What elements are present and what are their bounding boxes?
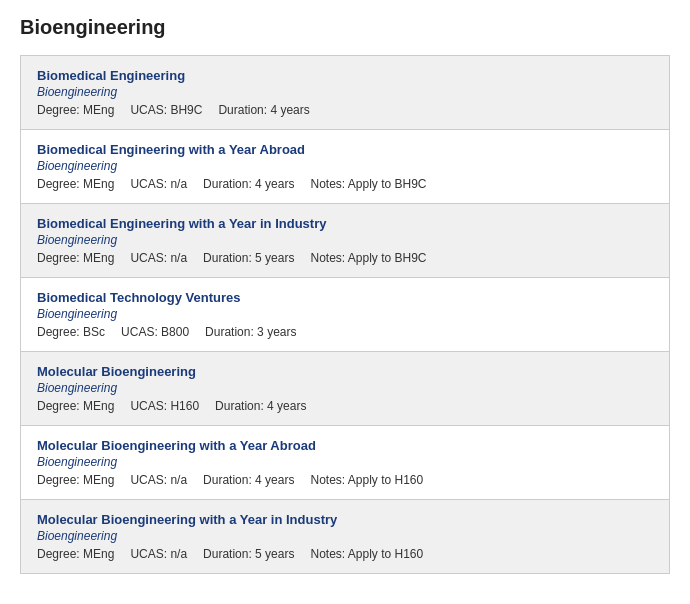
list-item[interactable]: Biomedical Engineering with a Year in In… bbox=[21, 204, 669, 278]
course-degree: Degree: BSc bbox=[37, 325, 105, 339]
course-degree: Degree: MEng bbox=[37, 251, 114, 265]
course-details: Degree: MEngUCAS: n/aDuration: 4 yearsNo… bbox=[37, 177, 653, 191]
course-details: Degree: BScUCAS: B800Duration: 3 years bbox=[37, 325, 653, 339]
list-item[interactable]: Molecular Bioengineering with a Year in … bbox=[21, 500, 669, 573]
course-degree: Degree: MEng bbox=[37, 399, 114, 413]
list-item[interactable]: Molecular BioengineeringBioengineeringDe… bbox=[21, 352, 669, 426]
course-duration: Duration: 4 years bbox=[218, 103, 309, 117]
course-details: Degree: MEngUCAS: n/aDuration: 4 yearsNo… bbox=[37, 473, 653, 487]
course-title: Biomedical Engineering bbox=[37, 68, 653, 83]
page-title: Bioengineering bbox=[20, 16, 670, 39]
course-details: Degree: MEngUCAS: n/aDuration: 5 yearsNo… bbox=[37, 547, 653, 561]
course-ucas: UCAS: n/a bbox=[130, 177, 187, 191]
course-ucas: UCAS: n/a bbox=[130, 547, 187, 561]
course-degree: Degree: MEng bbox=[37, 547, 114, 561]
course-details: Degree: MEngUCAS: H160Duration: 4 years bbox=[37, 399, 653, 413]
course-degree: Degree: MEng bbox=[37, 473, 114, 487]
course-category: Bioengineering bbox=[37, 159, 653, 173]
course-category: Bioengineering bbox=[37, 85, 653, 99]
course-title: Biomedical Engineering with a Year Abroa… bbox=[37, 142, 653, 157]
list-item[interactable]: Biomedical Technology VenturesBioenginee… bbox=[21, 278, 669, 352]
course-ucas: UCAS: n/a bbox=[130, 473, 187, 487]
list-item[interactable]: Molecular Bioengineering with a Year Abr… bbox=[21, 426, 669, 500]
course-notes: Notes: Apply to BH9C bbox=[310, 177, 426, 191]
list-item[interactable]: Biomedical EngineeringBioengineeringDegr… bbox=[21, 56, 669, 130]
list-item[interactable]: Biomedical Engineering with a Year Abroa… bbox=[21, 130, 669, 204]
course-notes: Notes: Apply to H160 bbox=[310, 473, 423, 487]
course-title: Molecular Bioengineering bbox=[37, 364, 653, 379]
course-title: Molecular Bioengineering with a Year Abr… bbox=[37, 438, 653, 453]
course-title: Molecular Bioengineering with a Year in … bbox=[37, 512, 653, 527]
course-notes: Notes: Apply to H160 bbox=[310, 547, 423, 561]
course-title: Biomedical Technology Ventures bbox=[37, 290, 653, 305]
course-ucas: UCAS: BH9C bbox=[130, 103, 202, 117]
course-title: Biomedical Engineering with a Year in In… bbox=[37, 216, 653, 231]
course-details: Degree: MEngUCAS: n/aDuration: 5 yearsNo… bbox=[37, 251, 653, 265]
course-degree: Degree: MEng bbox=[37, 177, 114, 191]
course-category: Bioengineering bbox=[37, 381, 653, 395]
course-duration: Duration: 4 years bbox=[215, 399, 306, 413]
course-category: Bioengineering bbox=[37, 233, 653, 247]
course-ucas: UCAS: B800 bbox=[121, 325, 189, 339]
course-notes: Notes: Apply to BH9C bbox=[310, 251, 426, 265]
course-duration: Duration: 3 years bbox=[205, 325, 296, 339]
course-ucas: UCAS: n/a bbox=[130, 251, 187, 265]
course-ucas: UCAS: H160 bbox=[130, 399, 199, 413]
course-duration: Duration: 4 years bbox=[203, 177, 294, 191]
course-category: Bioengineering bbox=[37, 529, 653, 543]
course-duration: Duration: 4 years bbox=[203, 473, 294, 487]
course-category: Bioengineering bbox=[37, 455, 653, 469]
course-duration: Duration: 5 years bbox=[203, 547, 294, 561]
course-details: Degree: MEngUCAS: BH9CDuration: 4 years bbox=[37, 103, 653, 117]
course-duration: Duration: 5 years bbox=[203, 251, 294, 265]
course-list: Biomedical EngineeringBioengineeringDegr… bbox=[20, 55, 670, 574]
course-category: Bioengineering bbox=[37, 307, 653, 321]
course-degree: Degree: MEng bbox=[37, 103, 114, 117]
